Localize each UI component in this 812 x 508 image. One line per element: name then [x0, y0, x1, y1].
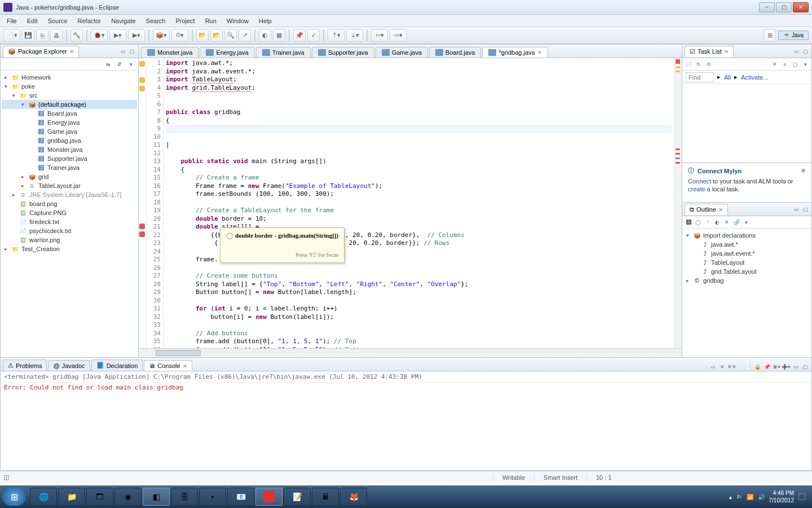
close-tab-icon[interactable]: ✕ — [183, 363, 187, 369]
scrollbar-thumb[interactable] — [156, 350, 201, 356]
start-button[interactable]: ⊞ — [2, 488, 26, 506]
maximize-view-icon[interactable]: ▢ — [801, 363, 809, 371]
expand-icon[interactable]: ▸ — [3, 75, 9, 80]
debug-button[interactable]: 🐞▾ — [91, 29, 108, 42]
error-marker-icon[interactable] — [139, 231, 145, 237]
filter-icon[interactable]: ✕ — [771, 60, 779, 68]
tree-node[interactable]: 🅹Supporter.java — [2, 154, 137, 163]
warning-marker-icon[interactable] — [139, 61, 145, 67]
build-button[interactable]: 🔨 — [70, 29, 83, 42]
all-link[interactable]: All — [724, 74, 731, 81]
tree-node[interactable]: ▸🗎JRE System Library [JavaSE-1.7] — [2, 190, 137, 199]
outline-tab[interactable]: ⧉ Outline ✕ — [685, 204, 728, 215]
task-find-input[interactable] — [686, 72, 714, 82]
task-list-tab[interactable]: ☑ Task List ✕ — [685, 46, 734, 57]
overview-mark[interactable] — [676, 67, 680, 68]
forward-button[interactable]: ⇨▾ — [390, 29, 407, 42]
bottom-tab-javadoc[interactable]: @Javadoc — [48, 360, 90, 371]
expand-icon[interactable]: ▸ — [685, 278, 691, 283]
gimp-taskbar-icon[interactable]: 🦊 — [340, 488, 367, 506]
minimize-view-icon[interactable]: ▭ — [792, 47, 800, 55]
code-editor[interactable]: import java.awt.*; import java.awt.event… — [164, 58, 674, 348]
outline-node[interactable]: ⤴grid.TableLayout — [683, 267, 810, 276]
pin-button[interactable]: 📌 — [293, 29, 306, 42]
categorize-icon[interactable]: ≡ — [781, 60, 789, 68]
back-button[interactable]: ⇦▾ — [371, 29, 388, 42]
outline-node[interactable]: ⤴java.awt.* — [683, 240, 810, 249]
tree-node[interactable]: 🖼board.png — [2, 199, 137, 208]
new-button[interactable]: 📄▾ — [3, 29, 20, 42]
editor-tab[interactable]: *gridbag.java✕ — [482, 47, 548, 58]
red-app-taskbar-icon[interactable] — [255, 488, 283, 506]
collapse-all-icon[interactable]: ⇆ — [104, 60, 112, 68]
link-editor-icon[interactable]: ⇵ — [116, 60, 123, 68]
expand-icon[interactable]: ▸ — [11, 192, 17, 198]
horizontal-scrollbar[interactable] — [139, 348, 682, 357]
error-marker-icon[interactable] — [139, 224, 145, 229]
tree-node[interactable]: 🅹Board.java — [2, 109, 137, 118]
create-link[interactable]: create — [688, 186, 705, 192]
print-button[interactable]: 🖶 — [50, 29, 63, 42]
minimize-view-icon[interactable]: ▭ — [792, 205, 800, 213]
eclipse-taskbar-icon[interactable]: ◧ — [143, 488, 170, 506]
tree-node[interactable]: 🅹Energy.java — [2, 118, 137, 127]
next-annotation-button[interactable]: ⇣▾ — [346, 29, 363, 42]
java-perspective-button[interactable]: ☕ Java — [778, 30, 809, 40]
pin-console-icon[interactable]: 📌 — [763, 363, 771, 371]
tree-node[interactable]: 🅹Monster.java — [2, 145, 137, 154]
clear-console-icon[interactable]: 📄 — [744, 363, 752, 371]
prev-annotation-button[interactable]: ⇡▾ — [328, 29, 345, 42]
view-menu-icon[interactable]: ▾ — [742, 218, 750, 226]
close-icon[interactable]: ✕ — [724, 49, 729, 55]
tree-node[interactable]: ▾📁src — [2, 91, 137, 100]
menu-navigate[interactable]: Navigate — [107, 16, 140, 26]
connect-link[interactable]: Connect — [688, 178, 711, 185]
editor-tab[interactable]: Monster.java — [141, 47, 198, 58]
remove-all-icon[interactable]: ✕ — [718, 363, 726, 371]
hide-fields-icon[interactable]: ◯ — [694, 218, 702, 226]
expand-icon[interactable]: ▾ — [3, 84, 9, 89]
close-icon[interactable]: ✕ — [69, 49, 74, 55]
view-menu-icon[interactable]: ▾ — [801, 60, 809, 68]
editor-tab[interactable]: Board.java — [429, 47, 482, 58]
tree-node[interactable]: ▸📦grid — [2, 172, 137, 181]
package-tree[interactable]: ▸📁Homework▾📁poke▾📁src▾📦(default package)… — [1, 71, 138, 357]
outline-node[interactable]: ▾📦import declarations — [683, 231, 810, 240]
overview-mark[interactable] — [676, 71, 680, 72]
nav-button[interactable]: ↗ — [239, 29, 251, 42]
tree-node[interactable]: ▸📁Test_Creation — [2, 244, 137, 253]
focus-icon[interactable]: 🔗 — [732, 218, 740, 226]
open-perspective-button[interactable]: ⊞ — [764, 29, 776, 42]
activate-link[interactable]: Activate... — [741, 74, 768, 81]
search-button[interactable]: 🔍 — [224, 29, 237, 42]
save-all-button[interactable]: ⎘ — [36, 29, 48, 42]
menu-source[interactable]: Source — [43, 16, 72, 26]
new-task-icon[interactable]: 📄 — [685, 60, 692, 68]
expand-icon[interactable]: ▾ — [685, 233, 691, 238]
editor-tab[interactable]: Trainer.java — [256, 47, 311, 58]
task-button[interactable]: ✓ — [307, 29, 320, 42]
calc-taskbar-icon[interactable]: 🖩 — [312, 488, 339, 506]
overview-mark[interactable] — [676, 148, 680, 150]
tree-node[interactable]: 🅹Trainer.java — [2, 163, 137, 172]
menu-search[interactable]: Search — [142, 16, 170, 26]
menu-window[interactable]: Window — [222, 16, 253, 26]
system-tray[interactable]: ▴ 🏳 📶 🔊 4:46 PM 7/10/2012 — [725, 489, 810, 504]
overview-ruler[interactable] — [674, 58, 682, 348]
explorer-taskbar-icon[interactable]: 📁 — [58, 488, 85, 506]
outline-node[interactable]: ⤴java.awt.event.* — [683, 249, 810, 258]
outlook-taskbar-icon[interactable]: 📧 — [227, 488, 254, 506]
bottom-tab-declaration[interactable]: 📘Declaration — [91, 360, 143, 371]
new-package-button[interactable]: 📦▾ — [153, 29, 170, 42]
outline-node[interactable]: ▸©gridbag — [683, 276, 810, 285]
tree-node[interactable]: 📄firedeck.txt — [2, 217, 137, 226]
cmd-taskbar-icon[interactable]: ▪ — [199, 488, 226, 506]
sync-icon[interactable]: ⟳ — [705, 60, 713, 68]
maximize-view-icon[interactable]: ▢ — [801, 47, 809, 55]
outline-node[interactable]: ⤴TableLayout — [683, 258, 810, 267]
outline-tree[interactable]: ▾📦import declarations⤴java.awt.*⤴java.aw… — [682, 229, 811, 357]
warning-marker-icon[interactable] — [139, 77, 145, 83]
tree-node[interactable]: ▸📁Homework — [2, 73, 137, 82]
remove-launch-icon[interactable]: ▭ — [709, 363, 717, 371]
menu-edit[interactable]: Edit — [23, 16, 42, 26]
